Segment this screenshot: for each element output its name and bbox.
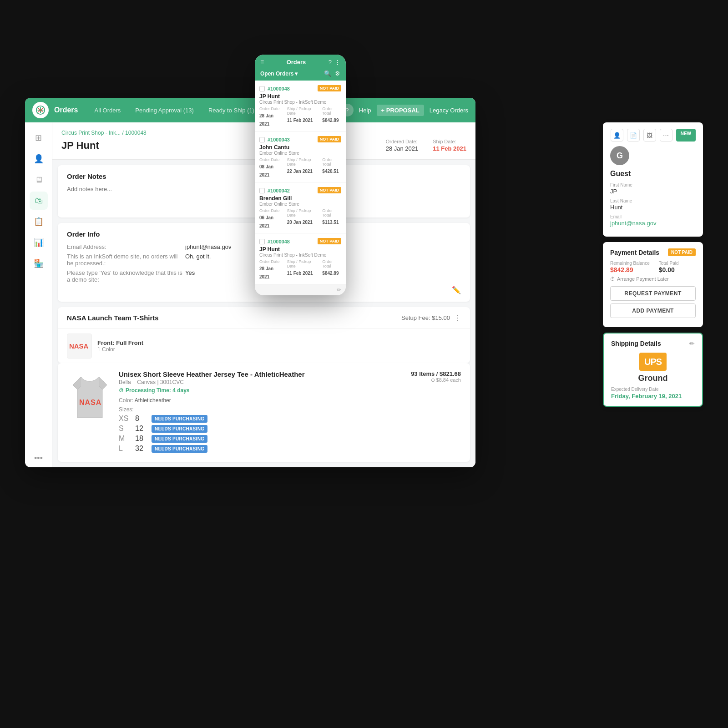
phone-filter-icons: 🔍 ⚙: [324, 70, 340, 77]
phone-more-icon[interactable]: ⋮: [334, 59, 340, 66]
phone-question-icon[interactable]: ?: [329, 59, 332, 66]
product-header: NASA Launch Team T-Shirts Setup Fee: $15…: [58, 307, 470, 329]
product-more-icon[interactable]: ⋮: [454, 313, 461, 322]
phone-checkbox-2[interactable]: [259, 188, 265, 193]
product-art-row: NASA Front: Full Front 1 Color: [58, 329, 470, 363]
add-payment-button[interactable]: ADD PAYMENT: [610, 303, 696, 318]
tab-pending-approval[interactable]: Pending Approval (13): [130, 104, 199, 116]
phone-checkbox-3[interactable]: [259, 239, 265, 244]
sidebar-icon-chart[interactable]: 📊: [30, 233, 48, 252]
more-icon[interactable]: ⋯: [660, 129, 672, 142]
payment-status-badge: NOT PAID: [668, 248, 696, 256]
phone-order-meta-3: Order Date 28 Jan 2021 Ship / Pickup Dat…: [259, 259, 341, 280]
sidebar-icon-users[interactable]: 👤: [30, 150, 48, 168]
payment-amounts: Remaining Balance $842.89 Total Paid $0.…: [610, 261, 696, 273]
breadcrumb-store[interactable]: Circus Print Shop - Ink...: [61, 130, 121, 136]
phone-filter-icon[interactable]: ⚙: [335, 70, 340, 77]
phone-order-meta-2: Order Date 06 Jan 2021 Ship / Pickup Dat…: [259, 208, 341, 229]
nav-right: ? Help + PROPOSAL Legacy Orders: [341, 104, 468, 116]
left-sidebar: ⊞ 👤 🖥 🛍 📋 📊 🏪 •••: [25, 122, 52, 467]
help-label[interactable]: Help: [359, 107, 371, 114]
sidebar-icon-bag[interactable]: 🛍: [30, 192, 48, 210]
tab-all-orders[interactable]: All Orders: [89, 104, 126, 116]
phone-order-list: #1000048 NOT PAID JP Hunt Circus Print S…: [255, 81, 346, 284]
svg-text:NASA: NASA: [69, 342, 89, 350]
phone-top-bar: ≡ Orders ? ⋮: [255, 55, 346, 68]
email-field: Email jphunt@nasa.gov: [610, 214, 696, 227]
phone-order-item-1[interactable]: #1000043 NOT PAID John Cantu Ember Onlin…: [255, 131, 346, 182]
phone-menu-icon[interactable]: ≡: [260, 58, 264, 66]
remaining-balance: Remaining Balance $842.89: [610, 261, 650, 273]
ordered-date: Ordered Date: 28 Jan 2021: [386, 139, 419, 152]
art-thumbnail: NASA: [67, 334, 92, 359]
size-row-l: L 32 NEEDS PURCHASING: [119, 445, 400, 453]
size-row-xs: XS 8 NEEDS PURCHASING: [119, 415, 400, 423]
sidebar-icon-grid[interactable]: ⊞: [30, 129, 48, 147]
product-price: 93 Items / $821.68 ⊙ $8.84 each: [406, 370, 461, 455]
art-info: Front: Full Front 1 Color: [97, 339, 143, 353]
product-section: NASA Launch Team T-Shirts Setup Fee: $15…: [58, 307, 470, 363]
app-logo: [32, 102, 49, 118]
chevron-down-icon: ▾: [295, 71, 298, 77]
tab-ready-to-ship[interactable]: Ready to Ship (1): [203, 104, 260, 116]
image-icon[interactable]: 🖼: [643, 129, 656, 142]
clock-icon: ⏱: [610, 276, 615, 282]
first-name-field: First Name JP: [610, 182, 696, 195]
phone-order-meta-1: Order Date 08 Jan 2021 Ship / Pickup Dat…: [259, 157, 341, 178]
shipping-header: Shipping Details ✏: [611, 340, 695, 347]
proposal-button[interactable]: + PROPOSAL: [377, 105, 424, 116]
phone-bottom-bar: ✏: [255, 284, 346, 295]
phone-checkbox-0[interactable]: [259, 86, 265, 91]
order-dates: Ordered Date: 28 Jan 2021 Ship Date: 11 …: [386, 139, 466, 152]
ups-logo: UPS: [639, 353, 667, 371]
sizes-list: XS 8 NEEDS PURCHASING S 12 NEEDS PURCHAS…: [119, 415, 400, 453]
product-image: NASA: [67, 370, 112, 455]
nav-title: Orders: [54, 106, 78, 114]
file-icon[interactable]: 📄: [627, 129, 640, 142]
order-info-edit-icon[interactable]: ✏️: [452, 286, 461, 294]
last-name-field: Last Name Hunt: [610, 198, 696, 211]
tshirt-icon: NASA: [68, 372, 111, 425]
sidebar-icon-more[interactable]: •••: [30, 449, 48, 467]
guest-toolbar: 👤 📄 🖼 ⋯ NEW: [610, 129, 696, 142]
phone-checkbox-1[interactable]: [259, 137, 265, 142]
sizes-label: Sizes:: [119, 406, 400, 413]
total-paid: Total Paid $0.00: [659, 261, 679, 273]
sidebar-icon-store[interactable]: 🏪: [30, 254, 48, 273]
arrange-payment-later[interactable]: ⏱ Arrange Payment Later: [610, 276, 696, 282]
sidebar-icon-monitor[interactable]: 🖥: [30, 171, 48, 189]
carrier-info: UPS Ground: [611, 353, 695, 383]
request-payment-button[interactable]: REQUEST PAYMENT: [610, 286, 696, 301]
guest-card: 👤 📄 🖼 ⋯ NEW G Guest First Name JP Last N…: [603, 122, 703, 237]
phone-order-item-3[interactable]: #1000048 NOT PAID JP Hunt Circus Print S…: [255, 233, 346, 284]
phone-overlay: ≡ Orders ? ⋮ Open Orders ▾ 🔍 ⚙ #1000048 …: [255, 55, 346, 295]
legacy-orders-link[interactable]: Legacy Orders: [430, 107, 468, 114]
product-details: Unisex Short Sleeve Heather Jersey Tee -…: [119, 370, 400, 455]
size-row-s: S 12 NEEDS PURCHASING: [119, 425, 400, 433]
phone-order-meta-0: Order Date 28 Jan 2021 Ship / Pickup Dat…: [259, 106, 341, 127]
sidebar-icon-clipboard[interactable]: 📋: [30, 212, 48, 231]
new-badge: NEW: [676, 129, 696, 142]
processing-time: ⏱ Processing Time: 4 days: [119, 387, 400, 394]
app-window: Orders All Orders Pending Approval (13) …: [25, 98, 475, 467]
size-row-m: M 18 NEEDS PURCHASING: [119, 435, 400, 443]
shipping-edit-icon[interactable]: ✏: [689, 340, 695, 347]
order-customer-name: JP Hunt: [61, 140, 99, 152]
ship-date: Ship Date: 11 Feb 2021: [433, 139, 466, 152]
clock-icon: ⏱: [119, 388, 124, 393]
phone-order-item-0[interactable]: #1000048 NOT PAID JP Hunt Circus Print S…: [255, 81, 346, 131]
svg-text:NASA: NASA: [79, 399, 101, 406]
right-panel: 👤 📄 🖼 ⋯ NEW G Guest First Name JP Last N…: [603, 122, 703, 407]
phone-icons: ? ⋮: [329, 59, 340, 66]
breadcrumb-id[interactable]: 1000048: [125, 130, 147, 136]
product-item-card: NASA Unisex Short Sleeve Heather Jersey …: [58, 363, 470, 462]
phone-order-item-2[interactable]: #1000042 NOT PAID Brenden Gill Ember Onl…: [255, 182, 346, 233]
payment-card: Payment Details NOT PAID Remaining Balan…: [603, 242, 703, 327]
phone-filter-dropdown[interactable]: Open Orders ▾: [260, 71, 298, 77]
top-nav: Orders All Orders Pending Approval (13) …: [25, 98, 475, 122]
user-icon[interactable]: 👤: [611, 129, 623, 142]
product-color: Color: Athleticheather: [119, 397, 400, 404]
phone-filter-row: Open Orders ▾ 🔍 ⚙: [255, 68, 346, 81]
phone-edit-icon[interactable]: ✏: [337, 287, 341, 293]
phone-search-icon[interactable]: 🔍: [324, 70, 331, 77]
